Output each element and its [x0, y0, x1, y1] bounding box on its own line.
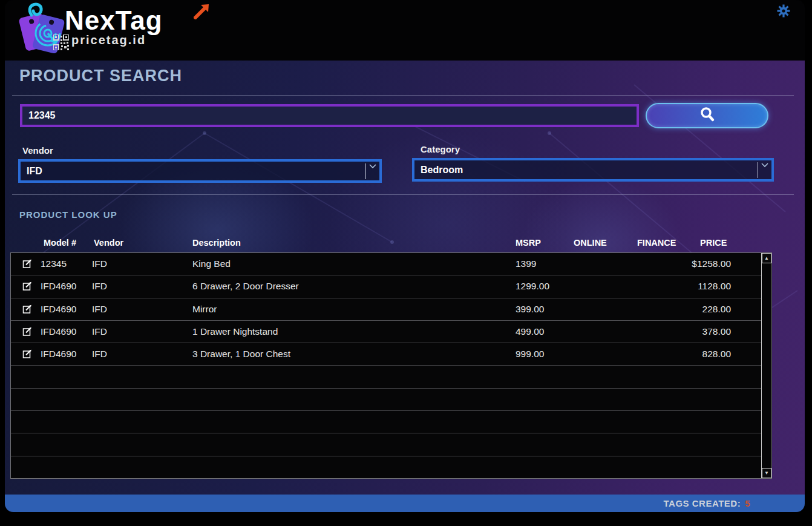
cell-price: $1258.00	[691, 258, 761, 269]
scroll-down-icon[interactable]: ▼	[762, 468, 771, 478]
cell-msrp: 499.00	[516, 326, 576, 337]
cell-model: 12345	[41, 258, 92, 269]
category-label: Category	[421, 144, 460, 154]
edit-row-icon[interactable]	[11, 259, 41, 269]
table-row[interactable]: 12345 IFD King Bed 1399 $1258.00	[11, 253, 761, 275]
edit-row-icon[interactable]	[11, 349, 41, 359]
page-title: PRODUCT SEARCH	[19, 67, 182, 85]
category-dropdown[interactable]: Bedroom	[412, 158, 774, 182]
column-header-model: Model #	[44, 238, 76, 248]
header-bar: NexTag	[5, 0, 805, 61]
cell-msrp: 1299.00	[516, 281, 576, 292]
cell-price: 378.00	[691, 326, 761, 337]
cell-vendor: IFD	[92, 349, 192, 360]
cell-description: King Bed	[192, 258, 516, 269]
table-row-empty	[11, 456, 761, 478]
product-table: 12345 IFD King Bed 1399 $1258.00 IFD4690…	[10, 252, 772, 479]
table-row-empty	[11, 433, 761, 456]
table-row-empty	[11, 366, 761, 388]
column-header-msrp: MSRP	[516, 238, 541, 248]
cell-price: 1128.00	[691, 281, 761, 292]
edit-row-icon[interactable]	[11, 327, 41, 337]
cell-model: IFD4690	[41, 326, 92, 337]
brand-subtitle: pricetag.id	[71, 33, 146, 47]
search-button[interactable]	[646, 103, 768, 128]
vendor-dropdown[interactable]: IFD	[18, 159, 382, 183]
column-header-vendor: Vendor	[94, 238, 123, 248]
table-scrollbar[interactable]: ▲ ▼	[761, 253, 771, 478]
vendor-label: Vendor	[22, 145, 53, 156]
tags-created-count: 5	[741, 498, 750, 508]
cell-price: 228.00	[691, 304, 761, 315]
cell-description: Mirror	[192, 304, 516, 315]
edit-row-icon[interactable]	[11, 281, 41, 291]
cell-vendor: IFD	[92, 281, 192, 292]
chevron-down-icon	[366, 162, 379, 180]
column-header-description: Description	[192, 238, 241, 248]
table-row[interactable]: IFD4690 IFD 6 Drawer, 2 Door Dresser 129…	[11, 275, 761, 298]
cell-msrp: 399.00	[516, 304, 576, 315]
cell-vendor: IFD	[92, 326, 192, 337]
cell-model: IFD4690	[41, 281, 92, 292]
brand-arrow-icon	[194, 4, 209, 22]
category-value: Bedroom	[414, 165, 758, 176]
qr-code-icon	[53, 35, 69, 53]
cell-description: 3 Drawer, 1 Door Chest	[192, 349, 516, 360]
product-grid: 12345 IFD King Bed 1399 $1258.00 IFD4690…	[11, 253, 761, 478]
scroll-up-icon[interactable]: ▲	[762, 253, 771, 263]
table-row[interactable]: IFD4690 IFD Mirror 399.00 228.00	[11, 298, 761, 321]
cell-vendor: IFD	[92, 304, 192, 315]
search-input[interactable]	[20, 104, 639, 127]
table-row-empty	[11, 411, 761, 433]
tags-created-label: TAGS CREATED:	[664, 498, 741, 508]
edit-row-icon[interactable]	[11, 304, 41, 314]
divider	[12, 194, 794, 195]
gear-icon[interactable]	[777, 4, 790, 20]
vendor-value: IFD	[21, 166, 365, 177]
chevron-down-icon	[758, 160, 771, 179]
footer-bar: TAGS CREATED:5	[5, 495, 805, 512]
app-window: NexTag	[5, 0, 805, 512]
tags-created-status: TAGS CREATED:5	[664, 495, 750, 512]
cell-vendor: IFD	[92, 258, 192, 269]
cell-description: 6 Drawer, 2 Door Dresser	[192, 281, 516, 292]
main-panel: PRODUCT SEARCH Vendor IFD Category Bedro…	[5, 61, 805, 495]
column-header-finance: FINANCE	[637, 238, 676, 248]
cell-description: 1 Drawer Nightstand	[192, 326, 516, 337]
brand-name: NexTag	[65, 5, 163, 36]
divider	[12, 95, 794, 96]
table-row[interactable]: IFD4690 IFD 3 Drawer, 1 Door Chest 999.0…	[11, 343, 761, 366]
lookup-section-title: PRODUCT LOOK UP	[19, 209, 117, 220]
cell-msrp: 1399	[516, 258, 576, 269]
search-icon	[699, 106, 716, 125]
column-header-price: PRICE	[700, 238, 727, 248]
cell-msrp: 999.00	[516, 349, 576, 360]
table-row-empty	[11, 389, 761, 411]
cell-price: 828.00	[691, 349, 761, 360]
cell-model: IFD4690	[41, 349, 92, 360]
column-header-online: ONLINE	[574, 238, 607, 248]
cell-model: IFD4690	[41, 304, 92, 315]
table-row[interactable]: IFD4690 IFD 1 Drawer Nightstand 499.00 3…	[11, 321, 761, 343]
